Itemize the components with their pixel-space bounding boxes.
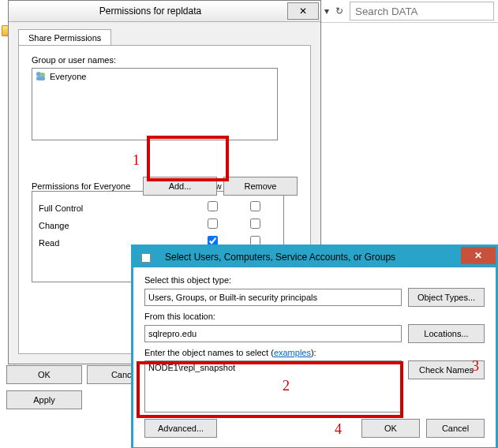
examples-link[interactable]: examples (274, 348, 311, 357)
perm-row: Change (36, 217, 280, 234)
names-label-post: ): (311, 348, 316, 357)
dialog-title: Permissions for repldata (15, 6, 286, 17)
list-item[interactable]: Everyone (32, 69, 277, 84)
allow-checkbox[interactable] (208, 218, 218, 229)
apply-button[interactable]: Apply (6, 390, 82, 409)
app-icon (141, 253, 151, 263)
close-button[interactable]: ✕ (461, 247, 496, 264)
select-users-title: Select Users, Computers, Service Account… (165, 252, 395, 263)
explorer-toolbar: ▾ ↻ (320, 0, 498, 23)
object-names-label: Enter the object names to select (exampl… (144, 348, 485, 357)
annotation-3: 3 (472, 358, 479, 375)
annotation-2: 2 (283, 378, 290, 394)
annotation-1: 1 (133, 152, 140, 169)
refresh-icon[interactable]: ↻ (335, 5, 343, 17)
perm-row: Full Control (36, 200, 280, 217)
cancel-button[interactable]: Cancel (426, 419, 485, 438)
arrow-down-icon[interactable]: ▾ (324, 5, 329, 17)
object-type-field (144, 289, 402, 306)
allow-checkbox[interactable] (208, 201, 218, 211)
user-list[interactable]: Everyone (32, 68, 278, 140)
perm-name: Full Control (39, 201, 191, 215)
object-names-input[interactable]: NODE1\repl_snapshot (144, 360, 402, 413)
object-type-label: Select this object type: (144, 275, 485, 285)
group-label: Group or user names: (32, 55, 298, 65)
svg-rect-2 (36, 77, 45, 80)
close-button[interactable]: ✕ (287, 2, 319, 20)
tab-strip: Share Permissions (18, 28, 314, 45)
advanced-button[interactable]: Advanced... (144, 419, 217, 438)
search-input[interactable] (350, 2, 494, 21)
select-users-dialog: Select Users, Computers, Service Account… (131, 245, 498, 448)
svg-point-0 (36, 72, 41, 77)
annotation-4: 4 (335, 421, 342, 438)
location-field (144, 325, 402, 342)
ok-button-outer[interactable]: OK (6, 365, 82, 384)
close-icon: ✕ (299, 6, 307, 17)
titlebar: Permissions for repldata ✕ (9, 1, 320, 22)
deny-checkbox[interactable] (250, 201, 260, 211)
locations-button[interactable]: Locations... (408, 324, 485, 343)
location-label: From this location: (144, 312, 485, 321)
object-types-button[interactable]: Object Types... (408, 288, 485, 307)
add-button[interactable]: Add... (143, 177, 217, 196)
names-label-pre: Enter the object names to select ( (144, 348, 274, 357)
select-users-titlebar: Select Users, Computers, Service Account… (133, 247, 496, 267)
close-icon: ✕ (474, 250, 482, 261)
group-icon (36, 70, 47, 83)
deny-checkbox[interactable] (250, 218, 260, 229)
ok-button[interactable]: OK (361, 419, 420, 438)
list-item-label: Everyone (50, 72, 86, 81)
remove-button[interactable]: Remove (223, 177, 298, 196)
perm-name: Change (39, 218, 191, 233)
tab-share-permissions[interactable]: Share Permissions (18, 29, 111, 46)
